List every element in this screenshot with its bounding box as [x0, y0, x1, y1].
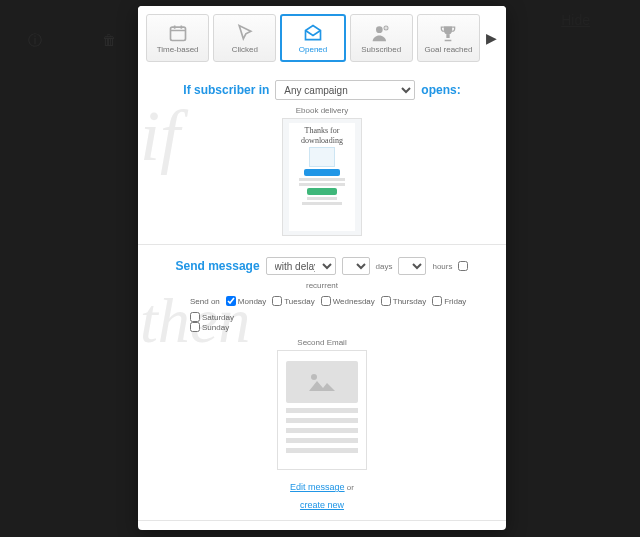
template-title: Second Email	[277, 338, 367, 347]
thumb-btn	[304, 169, 340, 176]
thumb-box	[309, 147, 335, 167]
template-line	[286, 448, 358, 453]
day-sunday-checkbox[interactable]	[190, 322, 200, 332]
day-label: Monday	[238, 297, 266, 306]
thumb-line	[299, 178, 345, 181]
or-text: or	[345, 483, 354, 492]
template-thumb[interactable]	[277, 350, 367, 470]
recurrent-label: recurrent	[306, 281, 338, 290]
day-label: Sunday	[202, 323, 229, 332]
day-label: Thursday	[393, 297, 426, 306]
day-monday-checkbox[interactable]	[226, 296, 236, 306]
cursor-icon	[235, 23, 255, 43]
calendar-icon	[168, 23, 188, 43]
tab-label: Time-based	[157, 45, 199, 54]
thumb-btn	[307, 188, 337, 195]
day-label: Saturday	[202, 313, 234, 322]
template-line	[286, 418, 358, 423]
tab-label: Subscribed	[361, 45, 401, 54]
delay-mode-select[interactable]: with delay of	[266, 257, 336, 275]
recurrent-checkbox[interactable]	[458, 261, 468, 271]
tab-label: Goal reached	[424, 45, 472, 54]
hours-select[interactable]: 0	[398, 257, 426, 275]
sendon-label: Send on	[190, 297, 220, 306]
days-label: days	[376, 262, 393, 271]
if-preview[interactable]: Ebook delivery Thanks for downloading	[282, 106, 362, 236]
day-tuesday-checkbox[interactable]	[272, 296, 282, 306]
trigger-tabs: Time-based Clicked Opened Subscribed Goa…	[138, 6, 506, 68]
day-thursday-checkbox[interactable]	[381, 296, 391, 306]
tab-clicked[interactable]: Clicked	[213, 14, 276, 62]
thumb-line	[307, 197, 337, 200]
template-line	[286, 438, 358, 443]
tab-opened[interactable]: Opened	[280, 14, 345, 62]
create-new-link[interactable]: create new	[300, 500, 344, 510]
days-select[interactable]: 1	[342, 257, 370, 275]
if-section: if If subscriber in Any campaign opens: …	[138, 68, 506, 244]
tab-time-based[interactable]: Time-based	[146, 14, 209, 62]
user-plus-icon	[371, 23, 391, 43]
envelope-open-icon	[303, 23, 323, 43]
preview-title: Ebook delivery	[282, 106, 362, 115]
then-section: then Send message with delay of 1 days 0…	[138, 244, 506, 520]
thumb-text: downloading	[301, 137, 343, 145]
if-label: If subscriber in	[183, 83, 269, 97]
campaign-select[interactable]: Any campaign	[275, 80, 415, 100]
then-template: Second Email Edit message or create new	[277, 338, 367, 512]
tab-subscribed[interactable]: Subscribed	[350, 14, 413, 62]
sendon-row: Send on Monday Tuesday Wednesday Thursda…	[158, 296, 486, 322]
svg-point-3	[311, 374, 317, 380]
footer: Autoresponder name Save Save and publish…	[138, 520, 506, 530]
image-placeholder-icon	[286, 361, 358, 403]
tab-goal-reached[interactable]: Goal reached	[417, 14, 480, 62]
template-line	[286, 428, 358, 433]
day-label: Friday	[444, 297, 466, 306]
hours-label: hours	[432, 262, 452, 271]
email-thumb: Thanks for downloading	[282, 118, 362, 236]
if-suffix: opens:	[421, 83, 460, 97]
then-label: Send message	[176, 259, 260, 273]
template-line	[286, 408, 358, 413]
svg-point-1	[376, 26, 383, 33]
day-wednesday-checkbox[interactable]	[321, 296, 331, 306]
day-saturday-checkbox[interactable]	[190, 312, 200, 322]
tabs-next-arrow[interactable]: ▶	[484, 30, 498, 46]
edit-message-link[interactable]: Edit message	[290, 482, 345, 492]
day-friday-checkbox[interactable]	[432, 296, 442, 306]
svg-rect-0	[170, 27, 185, 40]
thumb-line	[302, 202, 342, 205]
tab-label: Opened	[299, 45, 327, 54]
tab-label: Clicked	[232, 45, 258, 54]
day-label: Wednesday	[333, 297, 375, 306]
if-watermark: if	[140, 108, 180, 166]
trophy-icon	[438, 23, 458, 43]
autoresponder-modal: Time-based Clicked Opened Subscribed Goa…	[138, 6, 506, 530]
thumb-text: Thanks for	[305, 127, 340, 135]
thumb-line	[299, 183, 345, 186]
day-label: Tuesday	[284, 297, 314, 306]
